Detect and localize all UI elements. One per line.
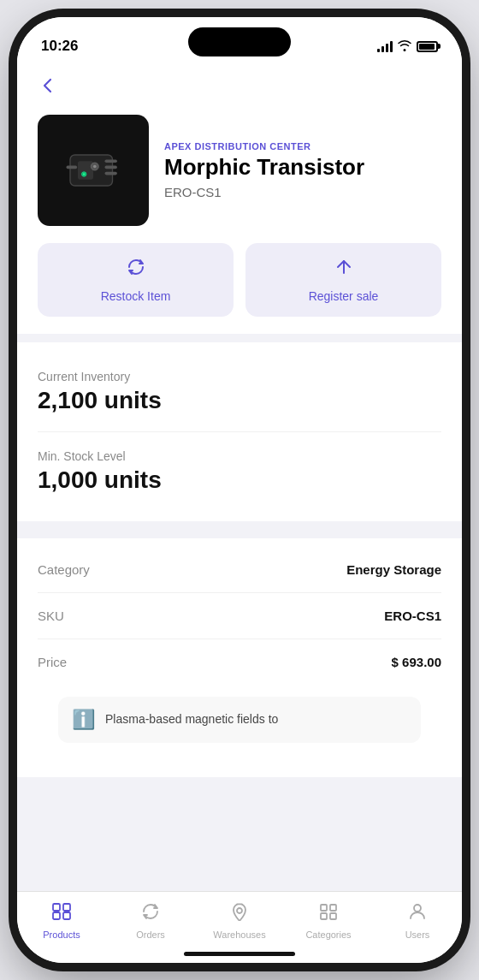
home-indicator [184, 952, 295, 956]
back-button[interactable] [38, 75, 58, 101]
info-text: Plasma-based magnetic fields to [105, 711, 278, 728]
svg-rect-7 [105, 172, 117, 175]
info-icon: ℹ️ [72, 709, 95, 731]
category-key: Category [38, 562, 90, 577]
price-row: Price $ 693.00 [38, 639, 441, 685]
signal-icon [377, 40, 393, 52]
min-stock-label: Min. Stock Level [38, 449, 441, 463]
current-inventory-item: Current Inventory 2,100 units [38, 361, 441, 432]
users-icon [407, 902, 428, 926]
inventory-card: Current Inventory 2,100 units Min. Stock… [17, 342, 462, 521]
phone-frame: 10:26 [17, 17, 462, 963]
svg-rect-16 [321, 905, 327, 911]
current-inventory-label: Current Inventory [38, 370, 441, 383]
category-row: Category Energy Storage [38, 547, 441, 593]
product-sku: ERO-CS1 [164, 185, 441, 199]
svg-rect-1 [78, 161, 93, 180]
orders-icon [140, 902, 161, 926]
register-sale-icon [334, 257, 354, 282]
products-icon [51, 902, 72, 926]
restock-button[interactable]: Restock Item [38, 243, 234, 317]
svg-point-20 [414, 905, 421, 912]
product-text-info: APEX DISTRIBUTION CENTER Morphic Transis… [164, 141, 441, 200]
info-section: ℹ️ Plasma-based magnetic fields to [17, 685, 462, 777]
info-banner: ℹ️ Plasma-based magnetic fields to [58, 697, 421, 743]
gap-2 [17, 521, 462, 530]
nav-orders[interactable]: Orders [106, 900, 195, 940]
svg-point-15 [237, 908, 242, 913]
action-buttons-row: Restock Item Register sale [17, 243, 462, 334]
min-stock-value: 1,000 units [38, 466, 441, 494]
categories-icon [318, 902, 339, 926]
sku-value: ERO-CS1 [384, 609, 441, 623]
nav-users[interactable]: Users [373, 900, 462, 940]
wifi-icon [398, 39, 411, 54]
svg-rect-5 [105, 159, 117, 163]
product-svg [55, 132, 132, 209]
status-icons [377, 39, 438, 54]
product-info-row: APEX DISTRIBUTION CENTER Morphic Transis… [38, 115, 441, 226]
current-inventory-value: 2,100 units [38, 387, 441, 414]
svg-rect-19 [330, 913, 336, 919]
warehouses-nav-label: Warehouses [213, 930, 265, 940]
svg-point-9 [83, 173, 86, 175]
min-stock-item: Min. Stock Level 1,000 units [38, 441, 441, 502]
sku-row: SKU ERO-CS1 [38, 593, 441, 639]
status-time: 10:26 [41, 38, 78, 55]
svg-rect-13 [53, 912, 60, 919]
product-header-section: APEX DISTRIBUTION CENTER Morphic Transis… [17, 63, 462, 243]
svg-rect-12 [63, 904, 70, 911]
brand-label: APEX DISTRIBUTION CENTER [164, 141, 441, 151]
details-card: Category Energy Storage SKU ERO-CS1 Pric… [17, 538, 462, 777]
dynamic-island [188, 27, 291, 56]
users-nav-label: Users [405, 930, 430, 940]
svg-rect-6 [105, 166, 117, 169]
svg-rect-17 [330, 905, 336, 911]
restock-label: Restock Item [101, 289, 171, 303]
register-sale-button[interactable]: Register sale [245, 243, 441, 317]
register-sale-label: Register sale [309, 289, 379, 303]
sku-key: SKU [38, 609, 64, 623]
product-name: Morphic Transistor [164, 155, 441, 181]
nav-categories[interactable]: Categories [284, 900, 373, 940]
categories-nav-label: Categories [305, 930, 351, 940]
gap-1 [17, 334, 462, 342]
battery-icon [417, 41, 438, 52]
nav-warehouses[interactable]: Warehouses [195, 900, 284, 940]
svg-rect-18 [321, 913, 327, 919]
svg-point-3 [93, 165, 97, 169]
orders-nav-label: Orders [136, 930, 165, 940]
price-value: $ 693.00 [392, 655, 441, 669]
category-value: Energy Storage [346, 562, 441, 577]
restock-icon [126, 257, 146, 282]
products-nav-label: Products [43, 930, 80, 940]
svg-rect-11 [53, 904, 60, 911]
details-rows: Category Energy Storage SKU ERO-CS1 Pric… [17, 547, 462, 685]
product-image [38, 115, 149, 226]
svg-rect-14 [63, 912, 70, 919]
svg-rect-4 [67, 166, 78, 169]
nav-products[interactable]: Products [17, 900, 106, 940]
content-area: APEX DISTRIBUTION CENTER Morphic Transis… [17, 63, 462, 891]
price-key: Price [38, 655, 67, 669]
warehouses-icon [229, 902, 250, 926]
